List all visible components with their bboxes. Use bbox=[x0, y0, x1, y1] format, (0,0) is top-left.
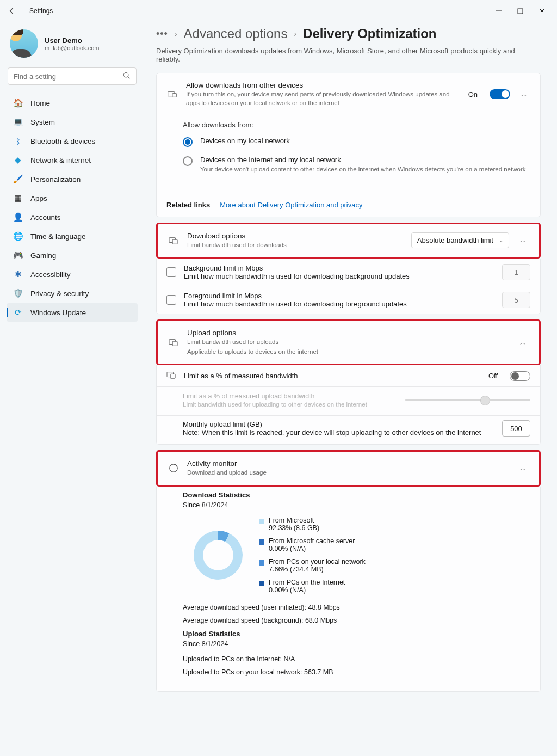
avatar bbox=[10, 29, 38, 58]
search-icon bbox=[123, 72, 131, 81]
back-button[interactable] bbox=[4, 3, 20, 19]
upload-icon bbox=[168, 338, 180, 347]
related-link[interactable]: More about Delivery Optimization and pri… bbox=[220, 201, 362, 209]
upload-slider[interactable] bbox=[405, 399, 530, 401]
allow-downloads-toggle[interactable] bbox=[490, 89, 510, 99]
breadcrumb-advanced[interactable]: Advanced options bbox=[184, 26, 288, 41]
update-icon: ⟳ bbox=[13, 308, 23, 317]
nav-privacy[interactable]: 🛡️Privacy & security bbox=[7, 284, 138, 303]
download-icon bbox=[168, 236, 180, 245]
svg-rect-7 bbox=[172, 239, 177, 244]
allow-from-heading: Allow downloads from: bbox=[183, 121, 530, 129]
related-links: Related links More about Delivery Optimi… bbox=[157, 193, 540, 217]
collapse-button[interactable]: ︿ bbox=[517, 462, 529, 475]
titlebar: Settings bbox=[0, 0, 557, 22]
allow-downloads-sub: If you turn this on, your device may sen… bbox=[186, 90, 461, 107]
collapse-button[interactable]: ︿ bbox=[517, 234, 529, 247]
svg-rect-11 bbox=[170, 374, 175, 378]
collapse-button[interactable]: ︿ bbox=[517, 336, 529, 349]
search-input[interactable] bbox=[14, 72, 123, 81]
window-title: Settings bbox=[29, 7, 53, 15]
main-content: ••• › Advanced options › Delivery Optimi… bbox=[144, 22, 557, 756]
svg-rect-9 bbox=[172, 341, 177, 346]
breadcrumb: ••• › Advanced options › Delivery Optimi… bbox=[156, 26, 541, 41]
toggle-state: On bbox=[468, 90, 478, 99]
close-button[interactable] bbox=[531, 3, 553, 19]
svg-line-3 bbox=[128, 76, 130, 78]
devices-icon bbox=[166, 90, 178, 99]
download-limits: Background limit in Mbps Limit how much … bbox=[156, 259, 541, 314]
nav-apps[interactable]: ▦Apps bbox=[7, 189, 138, 207]
gaming-icon: 🎮 bbox=[13, 250, 23, 260]
nav-system[interactable]: 💻System bbox=[7, 113, 138, 131]
activity-icon bbox=[168, 463, 180, 473]
svg-rect-1 bbox=[518, 9, 523, 14]
search-box[interactable] bbox=[8, 67, 137, 85]
home-icon: 🏠 bbox=[13, 98, 23, 108]
nav-accessibility[interactable]: ✱Accessibility bbox=[7, 265, 138, 284]
chevron-down-icon: ⌄ bbox=[499, 237, 503, 243]
nav-home[interactable]: 🏠Home bbox=[7, 94, 138, 112]
nav-time[interactable]: 🌐Time & language bbox=[7, 227, 138, 245]
bluetooth-icon: ᛒ bbox=[13, 136, 23, 146]
breadcrumb-more[interactable]: ••• bbox=[156, 28, 168, 40]
nav-gaming[interactable]: 🎮Gaming bbox=[7, 246, 138, 265]
nav-accounts[interactable]: 👤Accounts bbox=[7, 208, 138, 226]
activity-stats: Download Statistics Since 8/1/2024 From … bbox=[156, 487, 541, 692]
allow-downloads-card: Allow downloads from other devices If yo… bbox=[156, 73, 541, 217]
radio-internet[interactable] bbox=[183, 156, 193, 166]
allow-downloads-title: Allow downloads from other devices bbox=[186, 81, 461, 89]
bg-limit-checkbox[interactable] bbox=[166, 267, 176, 277]
percent-toggle[interactable] bbox=[510, 371, 530, 381]
download-donut-chart bbox=[194, 531, 243, 580]
apps-icon: ▦ bbox=[13, 193, 23, 203]
accessibility-icon: ✱ bbox=[13, 269, 23, 279]
legend-swatch bbox=[259, 539, 264, 545]
chevron-right-icon: › bbox=[294, 29, 296, 38]
svg-rect-5 bbox=[172, 94, 177, 97]
bg-limit-input[interactable] bbox=[502, 264, 530, 280]
profile[interactable]: User Demo m_lab@outlook.com bbox=[7, 25, 138, 65]
radio-local-network[interactable] bbox=[183, 137, 193, 147]
accounts-icon: 👤 bbox=[13, 212, 23, 222]
profile-name: User Demo bbox=[45, 36, 99, 45]
percent-icon bbox=[166, 371, 176, 381]
breadcrumb-current: Delivery Optimization bbox=[303, 26, 436, 41]
nav-personalization[interactable]: 🖌️Personalization bbox=[7, 170, 138, 188]
activity-monitor-card: Activity monitor Download and upload usa… bbox=[156, 450, 541, 487]
personalization-icon: 🖌️ bbox=[13, 174, 23, 184]
maximize-button[interactable] bbox=[509, 3, 531, 19]
privacy-icon: 🛡️ bbox=[13, 288, 23, 298]
chevron-right-icon: › bbox=[175, 29, 177, 38]
minimize-button[interactable] bbox=[487, 3, 509, 19]
system-icon: 💻 bbox=[13, 117, 23, 127]
fg-limit-checkbox[interactable] bbox=[166, 295, 176, 305]
sidebar: User Demo m_lab@outlook.com 🏠Home 💻Syste… bbox=[0, 22, 144, 756]
monthly-limit-input[interactable] bbox=[502, 420, 530, 437]
legend-swatch bbox=[259, 560, 264, 566]
time-icon: 🌐 bbox=[13, 231, 23, 241]
collapse-button[interactable]: ︿ bbox=[518, 88, 530, 101]
legend-swatch bbox=[259, 581, 264, 586]
nav-windows-update[interactable]: ⟳Windows Update bbox=[7, 303, 138, 322]
network-icon: ◆ bbox=[13, 155, 23, 165]
fg-limit-input[interactable] bbox=[502, 292, 530, 308]
nav-network[interactable]: ◆Network & internet bbox=[7, 151, 138, 169]
download-options-card: Download options Limit bandwidth used fo… bbox=[156, 223, 541, 259]
profile-email: m_lab@outlook.com bbox=[45, 45, 99, 51]
page-description: Delivery Optimization downloads updates … bbox=[156, 47, 541, 63]
upload-limits: Limit as a % of measured bandwidth Off L… bbox=[156, 365, 541, 445]
legend-swatch bbox=[259, 519, 264, 524]
nav-bluetooth[interactable]: ᛒBluetooth & devices bbox=[7, 132, 138, 150]
bandwidth-dropdown[interactable]: Absolute bandwidth limit ⌄ bbox=[411, 232, 509, 248]
upload-options-card: Upload options Limit bandwidth used for … bbox=[156, 319, 541, 365]
